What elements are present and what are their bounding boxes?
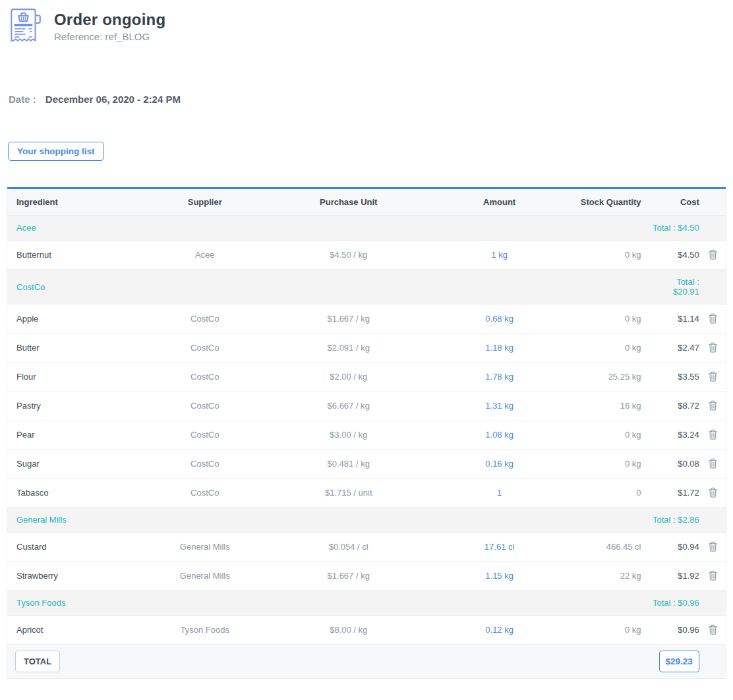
ingredient-supplier: Tyson Foods — [144, 616, 266, 645]
trash-icon — [708, 487, 718, 498]
ingredient-purchase-unit: $2.00 / kg — [266, 363, 431, 392]
ingredient-name: Flour — [7, 363, 144, 392]
shopping-list-button[interactable]: Your shopping list — [8, 142, 104, 161]
delete-row-button[interactable] — [707, 457, 719, 470]
ingredient-amount[interactable]: 1 — [431, 479, 568, 508]
trash-icon — [708, 429, 718, 440]
total-label-chip: TOTAL — [15, 651, 60, 672]
ingredient-purchase-unit: $1.715 / unit — [266, 479, 431, 508]
supplier-group-name: CostCo — [7, 270, 651, 305]
supplier-group-name: Tyson Foods — [7, 591, 651, 616]
ingredient-row: Pastry CostCo $6.667 / kg 1.31 kg 16 kg … — [7, 392, 726, 421]
date-value: December 06, 2020 - 2:24 PM — [45, 94, 181, 105]
order-table: Ingredient Supplier Purchase Unit Amount… — [7, 187, 726, 679]
delete-row-button[interactable] — [707, 370, 719, 383]
ingredient-purchase-unit: $1.667 / kg — [266, 562, 431, 591]
ingredient-stock-quantity: 466.45 cl — [568, 533, 650, 562]
ingredient-stock-quantity: 0 kg — [568, 241, 650, 270]
trash-icon — [708, 313, 718, 324]
delete-row-button[interactable] — [707, 623, 719, 636]
ingredient-stock-quantity: 25.25 kg — [568, 363, 650, 392]
supplier-group-row: CostCo Total : $20.91 — [7, 270, 726, 305]
ingredient-stock-quantity: 0 kg — [568, 450, 650, 479]
trash-icon — [708, 342, 718, 353]
supplier-group-row: Tyson Foods Total : $0.96 — [7, 591, 726, 616]
delete-row-button[interactable] — [707, 341, 719, 354]
ingredient-amount[interactable]: 17.61 cl — [431, 533, 568, 562]
ingredient-stock-quantity: 0 kg — [568, 334, 650, 363]
ingredient-stock-quantity: 16 kg — [568, 392, 650, 421]
ingredient-row: Sugar CostCo $0.481 / kg 0.16 kg 0 kg $0… — [7, 450, 726, 479]
column-header-actions — [701, 189, 726, 216]
page-title: Order ongoing — [54, 11, 165, 29]
table-total-row: TOTAL $29.23 — [7, 645, 726, 679]
ingredient-amount[interactable]: 0.16 kg — [431, 450, 568, 479]
order-total-value: $29.23 — [659, 651, 699, 672]
ingredient-supplier: CostCo — [144, 392, 266, 421]
supplier-group-total: Total : $2.86 — [651, 508, 701, 533]
ingredient-cost: $3.55 — [651, 363, 701, 392]
column-header-supplier: Supplier — [144, 189, 266, 216]
supplier-group-name: General Mills — [7, 508, 651, 533]
ingredient-row: Custard General Mills $0.054 / cl 17.61 … — [7, 533, 726, 562]
ingredient-purchase-unit: $3.00 / kg — [266, 421, 431, 450]
ingredient-amount[interactable]: 0.68 kg — [431, 305, 568, 334]
column-header-cost: Cost — [651, 189, 701, 216]
ingredient-name: Apricot — [7, 616, 144, 645]
delete-row-button[interactable] — [707, 399, 719, 412]
delete-row-button[interactable] — [707, 248, 719, 261]
trash-icon — [708, 624, 718, 635]
date-label: Date : — [9, 94, 36, 105]
supplier-group-name: Acee — [7, 216, 651, 241]
ingredient-amount[interactable]: 0.12 kg — [431, 616, 568, 645]
ingredient-row: Butter CostCo $2.091 / kg 1.18 kg 0 kg $… — [7, 334, 726, 363]
trash-icon — [708, 541, 718, 552]
delete-row-button[interactable] — [707, 569, 719, 582]
ingredient-amount[interactable]: 1 kg — [431, 241, 568, 270]
ingredient-name: Strawberry — [7, 562, 144, 591]
column-header-ingredient: Ingredient — [7, 189, 144, 216]
ingredient-supplier: CostCo — [144, 479, 266, 508]
order-page: Order ongoing Reference: ref_BLOG Date :… — [0, 0, 733, 700]
ingredient-amount[interactable]: 1.31 kg — [431, 392, 568, 421]
ingredient-amount[interactable]: 1.18 kg — [431, 334, 568, 363]
ingredient-stock-quantity: 0 kg — [568, 616, 650, 645]
supplier-group-row: Acee Total : $4.50 — [7, 216, 726, 241]
supplier-group-total: Total : $4.50 — [651, 216, 701, 241]
ingredient-cost: $0.96 — [651, 616, 701, 645]
order-reference: Reference: ref_BLOG — [54, 31, 165, 42]
ingredient-purchase-unit: $6.667 / kg — [266, 392, 431, 421]
ingredient-amount[interactable]: 1.78 kg — [431, 363, 568, 392]
ingredient-stock-quantity: 0 kg — [568, 421, 650, 450]
ingredient-cost: $8.72 — [651, 392, 701, 421]
ingredient-amount[interactable]: 1.08 kg — [431, 421, 568, 450]
ingredient-cost: $1.92 — [651, 562, 701, 591]
ingredient-supplier: CostCo — [144, 305, 266, 334]
ingredient-row: Flour CostCo $2.00 / kg 1.78 kg 25.25 kg… — [7, 363, 726, 392]
ingredient-amount[interactable]: 1.15 kg — [431, 562, 568, 591]
ingredient-cost: $0.08 — [651, 450, 701, 479]
ingredient-cost: $3.24 — [651, 421, 701, 450]
ingredient-row: Strawberry General Mills $1.667 / kg 1.1… — [7, 562, 726, 591]
delete-row-button[interactable] — [707, 312, 719, 325]
delete-row-button[interactable] — [707, 428, 719, 441]
ingredient-supplier: General Mills — [144, 562, 266, 591]
ingredient-name: Tabasco — [7, 479, 144, 508]
column-header-stock-quantity: Stock Quantity — [568, 189, 650, 216]
ingredient-stock-quantity: 22 kg — [568, 562, 650, 591]
ingredient-row: Pear CostCo $3.00 / kg 1.08 kg 0 kg $3.2… — [7, 421, 726, 450]
delete-row-button[interactable] — [707, 540, 719, 553]
ingredient-stock-quantity: 0 — [568, 479, 650, 508]
trash-icon — [708, 570, 718, 581]
ingredient-supplier: CostCo — [144, 421, 266, 450]
ingredient-purchase-unit: $0.481 / kg — [266, 450, 431, 479]
ingredient-stock-quantity: 0 kg — [568, 305, 650, 334]
ingredient-row: Apricot Tyson Foods $8.00 / kg 0.12 kg 0… — [7, 616, 726, 645]
trash-icon — [708, 458, 718, 469]
ingredient-supplier: Acee — [144, 241, 266, 270]
header-text: Order ongoing Reference: ref_BLOG — [54, 7, 165, 42]
delete-row-button[interactable] — [707, 486, 719, 499]
ingredient-purchase-unit: $4.50 / kg — [266, 241, 431, 270]
order-receipt-icon — [7, 7, 44, 47]
ingredient-purchase-unit: $8.00 / kg — [266, 616, 431, 645]
